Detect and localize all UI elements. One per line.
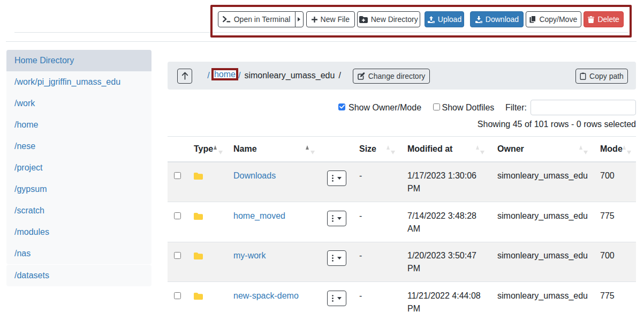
row-actions-dropdown[interactable] (327, 211, 346, 226)
filter-input[interactable] (531, 100, 637, 115)
file-size: - (353, 282, 401, 319)
delete-button[interactable]: Delete (584, 11, 624, 27)
column-header-modified-at[interactable]: Modified at (401, 136, 491, 162)
file-owner: simonleary_umass_edu (491, 202, 594, 242)
sidebar-item-modules[interactable]: /modules (6, 221, 151, 243)
row-actions-dropdown[interactable] (327, 250, 346, 266)
file-size: - (353, 242, 401, 282)
new-file-label: New File (321, 16, 350, 23)
sort-icon-size[interactable] (387, 145, 395, 154)
new-file-button[interactable]: New File (306, 11, 355, 27)
open-in-terminal-label: Open in Terminal (234, 16, 291, 23)
show-owner-mode-label[interactable]: Show Owner/Mode (348, 103, 421, 112)
caret-down-icon (337, 177, 342, 180)
folder-icon (194, 293, 203, 300)
delete-label: Delete (597, 16, 619, 23)
row-checkbox[interactable] (174, 172, 181, 179)
new-directory-label: New Directory (371, 16, 418, 23)
sidebar-item-gypsum[interactable]: /gypsum (6, 179, 151, 200)
arrow-up-icon (181, 72, 188, 80)
sidebar-item-datasets[interactable]: /datasets (6, 265, 151, 286)
file-modified-at: 7/14/2022 3:48:28 AM (401, 202, 491, 242)
folder-icon (194, 173, 203, 180)
show-dotfiles-label[interactable]: Show Dotfiles (442, 103, 495, 112)
file-name-link[interactable]: my-work (233, 251, 266, 260)
copy-move-button[interactable]: Copy/Move (526, 11, 581, 27)
sidebar-item-nese[interactable]: /nese (6, 136, 151, 157)
breadcrumb-home-link[interactable]: home (214, 70, 236, 79)
download-button[interactable]: Download (470, 11, 524, 27)
file-owner: simonleary_umass_edu (491, 282, 594, 319)
column-header-mode[interactable]: Mode (594, 136, 636, 162)
breadcrumb-trailing-slash: / (338, 71, 340, 80)
filter-label: Filter: (505, 103, 527, 112)
sort-icon-name[interactable] (306, 145, 314, 154)
sort-icon-owner[interactable] (579, 145, 588, 154)
file-name-link[interactable]: new-spack-demo (233, 291, 299, 300)
column-header-size[interactable]: Size (353, 136, 401, 162)
sidebar-item-project[interactable]: /project (6, 157, 151, 179)
file-name-link[interactable]: Downloads (233, 171, 276, 180)
file-name-link[interactable]: home_moved (233, 211, 285, 220)
table-header-row: Type Name Size Modified at Owner Mode (168, 136, 636, 162)
sidebar-item-scratch[interactable]: /scratch (6, 200, 151, 221)
new-directory-button[interactable]: New Directory (357, 11, 420, 27)
show-dotfiles-checkbox[interactable] (433, 103, 440, 110)
breadcrumb-current-directory: simonleary_umass_edu (244, 71, 335, 80)
ellipsis-v-icon (332, 255, 334, 262)
column-header-owner[interactable]: Owner (491, 136, 594, 162)
row-actions-dropdown[interactable] (327, 291, 346, 306)
sort-icon-modified-at[interactable] (476, 145, 484, 154)
breadcrumb-separator: / (238, 71, 240, 80)
upload-icon (428, 16, 435, 23)
file-owner: simonleary_umass_edu (491, 162, 594, 202)
file-modified-at: 1/17/2023 1:30:06 PM (401, 162, 491, 202)
file-owner: simonleary_umass_edu (491, 242, 594, 282)
edit-icon (358, 72, 365, 80)
sidebar-item-home-directory[interactable]: Home Directory (6, 50, 151, 71)
column-header-type[interactable]: Type (187, 136, 227, 162)
file-size: - (353, 202, 401, 242)
file-mode: 700 (594, 162, 636, 202)
caret-right-icon (298, 17, 300, 21)
show-owner-mode-checkbox[interactable] (338, 103, 345, 110)
copy-path-label: Copy path (589, 72, 624, 80)
open-in-terminal-dropdown-toggle[interactable] (295, 11, 304, 27)
row-checkbox[interactable] (174, 252, 181, 259)
upload-label: Upload (438, 16, 461, 23)
sidebar-item-work[interactable]: /work (6, 93, 151, 114)
go-up-directory-button[interactable] (177, 69, 192, 84)
file-mode: 775 (594, 282, 636, 319)
upload-button[interactable]: Upload (425, 11, 464, 27)
table-row: Downloads - 1/17/2023 1:30:06 PM simonle… (168, 162, 636, 202)
sidebar-item-nas[interactable]: /nas (6, 243, 151, 264)
sidebar-item-work-pi-jgriffin[interactable]: /work/pi_jgriffin_umass_edu (6, 71, 151, 93)
sidebar-item-home[interactable]: /home (6, 114, 151, 136)
caret-down-icon (337, 297, 342, 300)
sort-icon-type[interactable] (214, 145, 222, 154)
change-directory-button[interactable]: Change directory (353, 69, 430, 84)
table-row: my-work - 1/20/2023 3:50:47 PM simonlear… (168, 242, 636, 282)
download-icon (475, 16, 482, 23)
caret-down-icon (337, 217, 342, 220)
files-app-page: Open in Terminal New File New Directory … (0, 0, 644, 319)
change-directory-label: Change directory (368, 72, 426, 80)
row-checkbox[interactable] (174, 212, 181, 219)
files-table: Type Name Size Modified at Owner Mode (168, 136, 636, 319)
folder-plus-icon (359, 16, 368, 23)
row-actions-dropdown[interactable] (327, 170, 346, 186)
file-mode: 775 (594, 202, 636, 242)
rows-status-text: Showing 45 of 101 rows - 0 rows selected (478, 120, 636, 129)
main-content: / home / simonleary_umass_edu / Change d… (168, 0, 636, 319)
open-in-terminal-button[interactable]: Open in Terminal (218, 11, 296, 27)
copy-move-label: Copy/Move (539, 16, 577, 23)
column-header-name[interactable]: Name (227, 136, 321, 162)
checkmark-icon (339, 105, 345, 109)
sort-icon-mode[interactable] (623, 145, 631, 154)
copy-path-button[interactable]: Copy path (575, 69, 628, 84)
file-size: - (353, 162, 401, 202)
file-toolbar: Open in Terminal New File New Directory … (218, 11, 624, 27)
breadcrumb-root-link[interactable]: / (207, 71, 209, 80)
folder-icon (194, 253, 203, 259)
row-checkbox[interactable] (174, 292, 181, 299)
